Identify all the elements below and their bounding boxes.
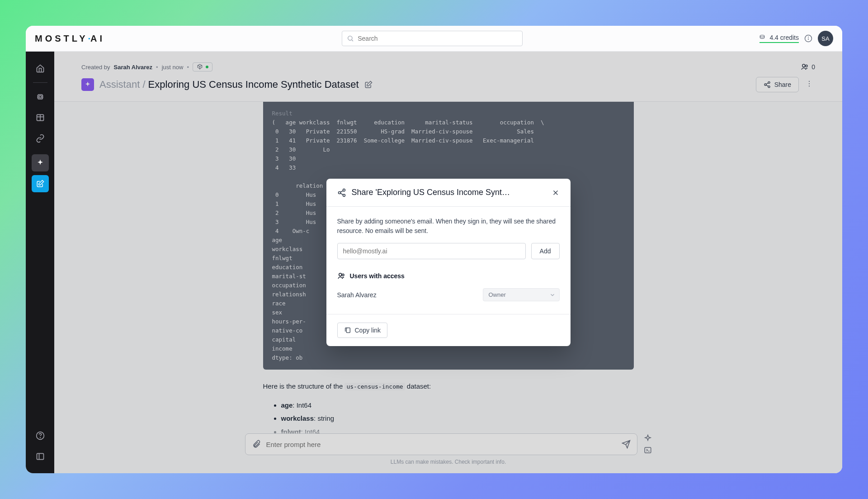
sparkle-icon — [36, 159, 44, 167]
svg-point-31 — [338, 191, 340, 194]
users-icon — [337, 272, 345, 280]
svg-point-32 — [343, 194, 345, 196]
svg-line-34 — [340, 193, 343, 195]
chip-icon — [36, 92, 45, 101]
svg-rect-7 — [39, 96, 41, 98]
table-icon — [36, 113, 45, 122]
info-icon[interactable] — [804, 34, 812, 43]
search-input[interactable] — [358, 35, 518, 42]
modal-title: Share 'Exploring US Census Income Synt… — [352, 188, 546, 197]
credits-text: 4.4 credits — [769, 34, 799, 41]
svg-line-33 — [340, 190, 343, 192]
svg-line-1 — [352, 40, 353, 41]
link-icon — [36, 134, 45, 143]
sidebar-item-assistant[interactable] — [32, 154, 49, 171]
app-window: MOSTLY·AI 4.4 credits SA — [26, 26, 842, 473]
sidebar-item-home[interactable] — [32, 60, 49, 77]
clipboard-icon — [344, 327, 351, 334]
svg-rect-39 — [346, 328, 350, 333]
help-icon — [36, 431, 45, 440]
email-input[interactable] — [337, 243, 526, 259]
sidebar-item-help[interactable] — [32, 427, 49, 444]
main-area: Created by Sarah Alvarez • just now • 0 — [54, 52, 842, 473]
topbar: MOSTLY·AI 4.4 credits SA — [26, 26, 842, 52]
logo: MOSTLY·AI — [35, 33, 105, 44]
access-row: Sarah Alvarez Owner — [337, 285, 560, 304]
share-modal: Share 'Exploring US Census Income Synt… … — [326, 179, 571, 346]
access-user-name: Sarah Alvarez — [337, 291, 377, 299]
share-icon — [337, 188, 346, 197]
sidebar-item-edit[interactable] — [32, 175, 49, 192]
modal-description: Share by adding someone's email. When th… — [337, 217, 560, 236]
access-heading: Users with access — [337, 272, 560, 280]
svg-point-5 — [808, 37, 809, 38]
svg-point-0 — [348, 36, 352, 40]
sidebar-item-chip[interactable] — [32, 88, 49, 105]
chevron-down-icon — [549, 292, 556, 298]
credits-badge[interactable]: 4.4 credits — [760, 34, 799, 43]
add-button[interactable]: Add — [531, 243, 560, 259]
search-input-wrap[interactable] — [342, 31, 523, 46]
svg-point-2 — [760, 35, 764, 37]
coins-icon — [760, 34, 767, 41]
sidebar-item-table[interactable] — [32, 109, 49, 126]
svg-rect-17 — [37, 453, 43, 459]
avatar[interactable]: SA — [818, 31, 833, 46]
close-icon[interactable] — [552, 189, 560, 197]
svg-rect-6 — [38, 95, 42, 99]
svg-point-16 — [40, 437, 40, 438]
search-icon — [347, 35, 354, 42]
edit-icon — [36, 180, 44, 188]
sidebar-item-collapse[interactable] — [32, 448, 49, 465]
copy-link-button[interactable]: Copy link — [337, 323, 388, 338]
svg-point-30 — [343, 189, 345, 191]
role-select[interactable]: Owner — [483, 288, 560, 301]
sidebar-item-link[interactable] — [32, 130, 49, 147]
sidebar — [26, 52, 54, 473]
modal-overlay[interactable]: Share 'Exploring US Census Income Synt… … — [54, 52, 842, 473]
home-icon — [36, 64, 45, 73]
svg-point-38 — [342, 274, 344, 276]
svg-point-37 — [339, 273, 341, 276]
panel-icon — [36, 452, 45, 461]
